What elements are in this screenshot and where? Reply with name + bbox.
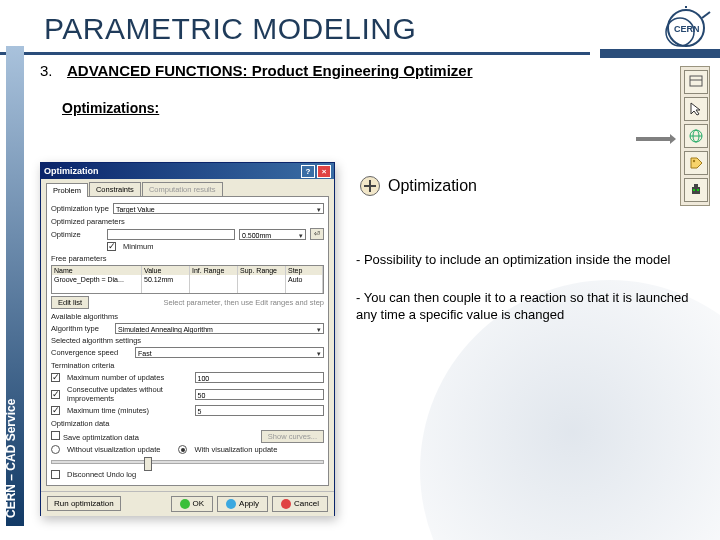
vis-slider[interactable] bbox=[51, 460, 324, 464]
tab-constraints[interactable]: Constraints bbox=[89, 182, 141, 196]
section-number: 3. bbox=[40, 62, 53, 79]
svg-point-18 bbox=[697, 189, 699, 191]
conv-speed-label: Convergence speed bbox=[51, 348, 131, 357]
save-data-label: Save optimization data bbox=[63, 433, 139, 442]
optim-type-select[interactable]: Target Value bbox=[113, 203, 324, 214]
disconnect-undo-label: Disconnect Undo log bbox=[67, 470, 136, 479]
svg-marker-20 bbox=[670, 134, 676, 144]
consec-label: Consecutive updates without improvements bbox=[67, 385, 191, 403]
minimum-checkbox[interactable] bbox=[107, 242, 116, 251]
globe-icon[interactable] bbox=[684, 124, 708, 148]
no-vis-radio[interactable] bbox=[51, 445, 60, 454]
max-time-field[interactable]: 5 bbox=[195, 405, 325, 416]
vertical-toolbox bbox=[680, 66, 710, 206]
pointer-icon[interactable] bbox=[684, 97, 708, 121]
conv-speed-select[interactable]: Fast bbox=[135, 347, 324, 358]
panel-icon[interactable] bbox=[684, 70, 708, 94]
optimization-dialog: Optimization ? × Problem Constraints Com… bbox=[40, 162, 335, 516]
col-name: Name bbox=[52, 266, 142, 275]
save-data-checkbox[interactable] bbox=[51, 431, 60, 440]
ranges-hint: Select parameter, then use Edit ranges a… bbox=[163, 298, 324, 307]
consec-checkbox[interactable] bbox=[51, 390, 60, 399]
col-step: Step bbox=[286, 266, 323, 275]
algo-type-label: Algorithm type bbox=[51, 324, 111, 333]
optim-type-label: Optimization type bbox=[51, 204, 109, 213]
save-group: Optimization data bbox=[51, 419, 324, 428]
run-optimization-button[interactable]: Run optimization bbox=[47, 496, 121, 511]
free-params-group: Free parameters bbox=[51, 254, 324, 263]
params-table[interactable]: Name Value Inf. Range Sup. Range Step Gr… bbox=[51, 265, 324, 294]
optim-params-group: Optimized parameters bbox=[51, 217, 324, 226]
max-updates-label: Maximum number of updates bbox=[67, 373, 191, 382]
disconnect-undo-checkbox[interactable] bbox=[51, 470, 60, 479]
svg-point-14 bbox=[693, 160, 695, 162]
side-label: CERN – CAD Service bbox=[6, 46, 24, 526]
feature-name: Optimization bbox=[388, 177, 477, 195]
optimization-icon bbox=[360, 176, 380, 196]
optimize-field[interactable] bbox=[107, 229, 235, 240]
consec-field[interactable]: 50 bbox=[195, 389, 325, 400]
max-updates-field[interactable]: 100 bbox=[195, 372, 325, 383]
termination-group: Termination criteria bbox=[51, 361, 324, 370]
with-vis-radio[interactable] bbox=[178, 445, 187, 454]
show-curves-button: Show curves... bbox=[261, 430, 324, 443]
svg-marker-9 bbox=[691, 103, 700, 115]
cern-logo: CERN bbox=[652, 4, 712, 52]
cancel-button[interactable]: Cancel bbox=[272, 496, 328, 512]
page-title: PARAMETRIC MODELING bbox=[44, 12, 416, 46]
max-time-checkbox[interactable] bbox=[51, 406, 60, 415]
svg-rect-7 bbox=[690, 76, 702, 86]
algo-settings-label: Selected algorithm settings bbox=[51, 336, 324, 345]
apply-button[interactable]: Apply bbox=[217, 496, 268, 512]
assign-button[interactable]: ⏎ bbox=[310, 228, 324, 240]
tab-results: Computation results bbox=[142, 182, 223, 196]
edit-list-button[interactable]: Edit list bbox=[51, 296, 89, 309]
max-time-label: Maximum time (minutes) bbox=[67, 406, 191, 415]
svg-line-3 bbox=[702, 12, 710, 18]
max-updates-checkbox[interactable] bbox=[51, 373, 60, 382]
svg-text:CERN: CERN bbox=[674, 24, 700, 34]
bullet-1: - Possibility to include an optimization… bbox=[356, 252, 702, 268]
svg-rect-16 bbox=[694, 184, 698, 187]
table-row[interactable]: Groove_Depth = Dia... 50.12mm Auto bbox=[52, 275, 323, 284]
ok-button[interactable]: OK bbox=[171, 496, 214, 512]
col-sup: Sup. Range bbox=[238, 266, 286, 275]
svg-point-17 bbox=[693, 189, 695, 191]
title-underline bbox=[0, 52, 720, 55]
dialog-tabs: Problem Constraints Computation results bbox=[46, 182, 329, 197]
svg-marker-13 bbox=[691, 158, 702, 168]
section-subtitle: ADVANCED FUNCTIONS: Product Engineering … bbox=[67, 62, 473, 79]
with-vis-label: With visualization update bbox=[194, 445, 277, 454]
no-vis-label: Without visualization update bbox=[67, 445, 160, 454]
dialog-title: Optimization bbox=[44, 166, 99, 176]
arrow-icon bbox=[636, 130, 676, 140]
tag-icon[interactable] bbox=[684, 151, 708, 175]
dialog-titlebar[interactable]: Optimization ? × bbox=[41, 163, 334, 179]
optimizations-label: Optimizations: bbox=[62, 100, 706, 116]
col-value: Value bbox=[142, 266, 190, 275]
help-button[interactable]: ? bbox=[301, 165, 315, 178]
tab-problem[interactable]: Problem bbox=[46, 183, 88, 197]
col-inf: Inf. Range bbox=[190, 266, 238, 275]
svg-text:CERN – CAD Service: CERN – CAD Service bbox=[6, 398, 18, 518]
robot-icon[interactable] bbox=[684, 178, 708, 202]
minimum-label: Minimum bbox=[123, 242, 153, 251]
bullet-2: - You can then couple it to a reaction s… bbox=[356, 290, 702, 323]
target-value-field[interactable]: 0.500mm bbox=[239, 229, 306, 240]
algo-type-select[interactable]: Simulated Annealing Algorithm bbox=[115, 323, 324, 334]
algorithms-group: Available algorithms bbox=[51, 312, 324, 321]
optimize-label: Optimize bbox=[51, 230, 103, 239]
close-button[interactable]: × bbox=[317, 165, 331, 178]
